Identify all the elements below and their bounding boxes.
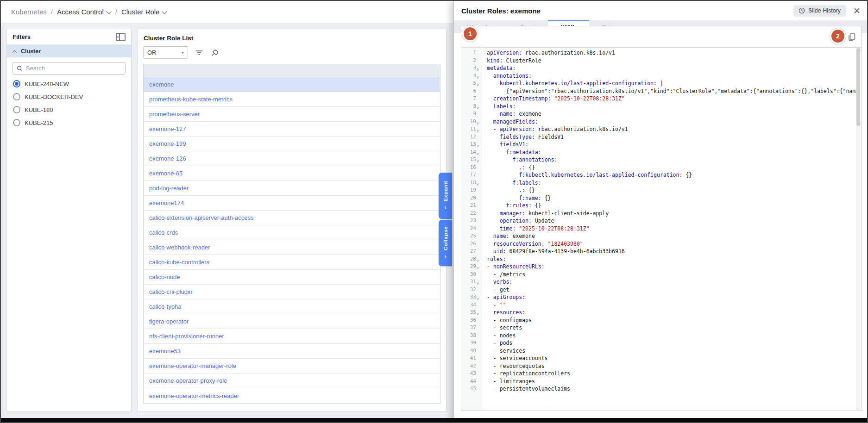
filter-list-icon[interactable] bbox=[195, 48, 204, 57]
clock-icon bbox=[799, 7, 805, 14]
table-row-exemone-operator-metrics-reader[interactable]: exemone-operator-metrics-reader bbox=[144, 388, 440, 403]
cluster-role-list-panel: Cluster Role List OR ▾ exemoneprometheus… bbox=[137, 29, 447, 412]
yaml-line-text: rules: bbox=[487, 255, 855, 263]
cluster-radio-kube-215[interactable]: KUBE-215 bbox=[7, 116, 131, 129]
cluster-radio-list: KUBE-240-NEWKUBE-DOCKER-DEVKUBE-180KUBE-… bbox=[7, 77, 131, 129]
line-number: 2 bbox=[461, 57, 476, 65]
cluster-radio-kube-240-new[interactable]: KUBE-240-NEW bbox=[7, 77, 131, 90]
table-row-exemone53[interactable]: exemone53 bbox=[144, 344, 440, 359]
yaml-line-text: creationTimestamp: "2025-10-22T08:28:31Z… bbox=[487, 95, 855, 103]
line-number: 18 bbox=[461, 179, 476, 187]
table-row-calico-webhook-reader[interactable]: calico-webhook-reader bbox=[144, 240, 440, 255]
yaml-line-text: - replicationcontrollers bbox=[487, 370, 855, 378]
radio-icon[interactable] bbox=[13, 93, 20, 100]
table-row-calico-kube-controllers[interactable]: calico-kube-controllers bbox=[144, 255, 440, 270]
table-row-calico-crds[interactable]: calico-crds bbox=[144, 225, 440, 240]
table-row-nfs-client-provisioner-runner[interactable]: nfs-client-provisioner-runner bbox=[144, 329, 440, 344]
line-number: 11 bbox=[461, 125, 476, 133]
pin-icon[interactable] bbox=[210, 48, 220, 57]
yaml-line: 22 manager: kubectl-client-side-apply bbox=[461, 210, 861, 218]
yaml-line-text: .: {} bbox=[487, 187, 855, 194]
yaml-line-text: - limitranges bbox=[487, 378, 855, 386]
yaml-line: 4v annotations: bbox=[461, 72, 861, 80]
yaml-line: 26 resourceVersion: "182403980" bbox=[461, 240, 861, 248]
yaml-line: 7 creationTimestamp: "2025-10-22T08:28:3… bbox=[461, 95, 861, 103]
operator-select[interactable]: OR ▾ bbox=[143, 46, 188, 59]
cluster-radio-kube-180[interactable]: KUBE-180 bbox=[7, 103, 131, 116]
expand-button[interactable]: Expand ‹ bbox=[439, 173, 452, 219]
scrollbar-thumb[interactable] bbox=[856, 48, 860, 126]
yaml-line-text: uid: 68429f8e-594a-4139-be4b-6abcb33b691… bbox=[487, 248, 855, 255]
drawer-title: Cluster Roles: exemone bbox=[461, 7, 793, 15]
table-row-exemone-operator-proxy-role[interactable]: exemone-operator-proxy-role bbox=[144, 373, 440, 388]
yaml-line: 40 - services bbox=[461, 347, 861, 355]
search-input[interactable] bbox=[26, 65, 121, 72]
table-row-exemone-65[interactable]: exemone-65 bbox=[144, 166, 440, 181]
yaml-line: 37 - secrets bbox=[461, 324, 861, 332]
collapse-button[interactable]: Collapse › bbox=[439, 220, 452, 266]
yaml-line-text: annotations: bbox=[487, 72, 855, 80]
yaml-line-text: - get bbox=[487, 286, 855, 294]
table-row-tigera-operator[interactable]: tigera-operator bbox=[144, 314, 440, 329]
yaml-line-text: verbs: bbox=[487, 278, 855, 286]
line-number: 40 bbox=[461, 347, 476, 355]
yaml-line-text: - apiVersion: rbac.authorization.k8s.io/… bbox=[487, 125, 855, 133]
radio-icon[interactable] bbox=[13, 106, 20, 113]
table-row-exemone-126[interactable]: exemone-126 bbox=[144, 151, 440, 166]
yaml-line: 14v f:metadata: bbox=[461, 149, 861, 156]
breadcrumb-root[interactable]: Kubernetes bbox=[11, 8, 47, 16]
slide-history-button[interactable]: Slide History bbox=[793, 5, 846, 17]
chevron-down-icon: ▾ bbox=[182, 50, 184, 55]
yaml-line: 17 f:kubectl.kubernetes.io/last-applied-… bbox=[461, 171, 861, 179]
table-row-exemone174[interactable]: exemone174 bbox=[144, 196, 440, 211]
breadcrumb-cluster-role[interactable]: Cluster Role bbox=[121, 8, 167, 16]
line-number: 17 bbox=[461, 171, 476, 179]
yaml-line: 41 - serviceaccounts bbox=[461, 355, 861, 362]
line-number: 39 bbox=[461, 339, 476, 347]
annotation-badge-2: 2 bbox=[831, 30, 844, 43]
radio-selected-icon[interactable] bbox=[13, 80, 20, 87]
table-row-exemone[interactable]: exemone bbox=[144, 77, 440, 92]
yaml-line-text: f:name: {} bbox=[487, 194, 855, 202]
breadcrumb-access-control[interactable]: Access Control bbox=[57, 8, 111, 16]
yaml-toolbar: 1 2 bbox=[461, 26, 861, 48]
table-row-calico-extension-apiserver-auth-access[interactable]: calico-extension-apiserver-auth-access bbox=[144, 211, 440, 225]
table-row-exemone-199[interactable]: exemone-199 bbox=[144, 137, 440, 151]
table-row-pod-log-reader[interactable]: pod-log-reader bbox=[144, 181, 440, 196]
cluster-radio-kube-docker-dev[interactable]: KUBE-DOCKER-DEV bbox=[7, 90, 131, 103]
filters-section-cluster[interactable]: Cluster bbox=[7, 45, 131, 57]
vertical-scrollbar[interactable] bbox=[856, 48, 861, 410]
yaml-code-area[interactable]: 1apiVersion: rbac.authorization.k8s.io/v… bbox=[461, 48, 861, 411]
yaml-line-text: - secrets bbox=[487, 324, 855, 332]
line-number: 33 bbox=[461, 293, 476, 301]
line-number: 45 bbox=[461, 385, 476, 393]
table-row-exemone-operator-manager-role[interactable]: exemone-operator-manager-role bbox=[144, 359, 440, 373]
table-row-calico-node[interactable]: calico-node bbox=[144, 270, 440, 285]
radio-icon[interactable] bbox=[13, 119, 20, 126]
table-header-row bbox=[144, 64, 440, 77]
table-row-exemone-127[interactable]: exemone-127 bbox=[144, 122, 440, 137]
yaml-line-text: f:rules: {} bbox=[487, 202, 855, 210]
table-row-calico-typha[interactable]: calico-typha bbox=[144, 299, 440, 314]
yaml-line-text: - resourcequotas bbox=[487, 362, 855, 370]
yaml-line: 16 .: {} bbox=[461, 164, 861, 172]
yaml-line: 34 - "" bbox=[461, 301, 861, 309]
close-icon[interactable]: ✕ bbox=[853, 6, 861, 15]
collapse-button-label: Collapse bbox=[443, 226, 448, 250]
line-number: 19 bbox=[461, 187, 476, 194]
yaml-line: 2kind: ClusterRole bbox=[461, 57, 861, 65]
yaml-line-text: f:labels: bbox=[487, 179, 855, 187]
collapse-panel-icon[interactable] bbox=[116, 33, 126, 41]
table-row-prometheus-kube-state-metrics[interactable]: prometheus-kube-state-metrics bbox=[144, 92, 440, 107]
line-number: 31 bbox=[461, 278, 476, 286]
yaml-line-text: - services bbox=[487, 347, 855, 355]
yaml-line-text: - "" bbox=[487, 301, 855, 309]
yaml-line: 10v managedFields: bbox=[461, 118, 861, 126]
table-row-calico-cni-plugin[interactable]: calico-cni-plugin bbox=[144, 285, 440, 299]
yaml-line: 25 name: exemone bbox=[461, 232, 861, 240]
line-number: 25 bbox=[461, 232, 476, 240]
copy-icon[interactable] bbox=[847, 32, 856, 42]
yaml-line: 6 {"apiVersion":"rbac.authorization.k8s.… bbox=[461, 87, 861, 95]
table-row-prometheus-server[interactable]: prometheus-server bbox=[144, 107, 440, 122]
line-number: 42 bbox=[461, 362, 476, 370]
